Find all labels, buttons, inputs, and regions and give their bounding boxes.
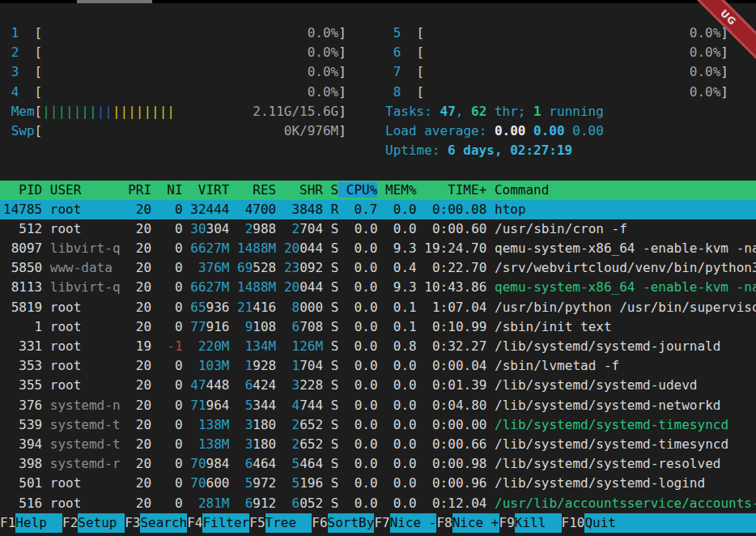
process-row[interactable]: 394 systemd-t 20 0 138M 3180 2652 S 0.0 … xyxy=(0,435,756,454)
cell-sep xyxy=(378,377,386,393)
cell-sep xyxy=(121,300,129,315)
fnkey-f8-label[interactable]: Nice + xyxy=(452,513,499,533)
fnkey-f2-key[interactable]: F2 xyxy=(62,513,78,533)
cell-sep xyxy=(276,338,284,354)
column-header-virt[interactable]: VIRT xyxy=(183,182,230,198)
cell-sep xyxy=(42,417,50,432)
fnkey-f1-key[interactable]: F1 xyxy=(0,513,15,533)
cell-pid: 5819 xyxy=(3,300,42,315)
cell-sep xyxy=(151,496,159,511)
column-header-user[interactable]: USER xyxy=(42,182,120,198)
process-row[interactable]: 512 root 20 0 30304 2988 2704 S 0.0 0.0 … xyxy=(0,219,756,239)
column-header-pid[interactable]: PID xyxy=(3,182,42,198)
column-header-command[interactable]: Command xyxy=(486,182,549,198)
fnkey-f3-label[interactable]: Search xyxy=(140,513,187,533)
window-tab-fragment[interactable] xyxy=(77,0,152,3)
process-row[interactable]: 14785 root 20 0 32444 4700 3848 R 0.7 0.… xyxy=(0,200,756,219)
cell-pri: 20 xyxy=(128,240,151,256)
column-header-pri[interactable]: PRI xyxy=(121,182,152,198)
cell-time: 0:22.70 xyxy=(424,260,486,275)
fnkey-f3-key[interactable]: F3 xyxy=(125,513,140,533)
cell-sep xyxy=(338,279,346,295)
cell-sep xyxy=(183,319,191,334)
swp-meter-value: 0K/976M xyxy=(284,123,338,138)
meter-close-bracket: ] xyxy=(720,64,728,79)
column-header-time[interactable]: TIME+ xyxy=(417,182,487,198)
spacer xyxy=(3,143,385,158)
cell-sep xyxy=(276,202,284,217)
cell-sep xyxy=(323,475,331,491)
fnkey-f4-label[interactable]: Filter xyxy=(202,513,249,533)
cell-sep xyxy=(486,358,495,373)
cell-sep xyxy=(417,398,425,413)
cell-pad xyxy=(237,202,245,217)
cell-pid: 398 xyxy=(3,456,42,471)
cell-seg: 4700 xyxy=(245,202,277,217)
fnkey-f4-key[interactable]: F4 xyxy=(187,513,202,533)
cell-pri: 19 xyxy=(128,338,151,354)
process-row[interactable]: 1 root 20 0 77916 9108 6708 S 0.0 0.1 0:… xyxy=(0,317,756,337)
cell-sep xyxy=(417,377,425,393)
column-header-cpu[interactable]: CPU% xyxy=(338,182,377,198)
process-row[interactable]: 516 root 20 0 281M 6912 6052 S 0.0 0.0 0… xyxy=(0,494,756,513)
cell-ni: 0 xyxy=(159,398,183,413)
fnkey-f10-label[interactable]: Quit xyxy=(584,513,631,533)
cell-mem: 0.0 xyxy=(385,496,417,511)
cell-ni: 0 xyxy=(159,260,183,275)
meter-open-bracket: [ xyxy=(417,84,425,100)
cell-mem: 0.0 xyxy=(385,358,417,373)
cell-sep xyxy=(276,221,284,236)
fnkey-f7-key[interactable]: F7 xyxy=(374,513,389,533)
process-row[interactable]: 8113 libvirt-q 20 0 6627M 1488M 20044 S … xyxy=(0,278,756,297)
cell-sep xyxy=(42,358,50,373)
cell-seg: 5 xyxy=(245,398,253,413)
process-row[interactable]: 376 systemd-n 20 0 71964 5344 4744 S 0.0… xyxy=(0,396,756,415)
blank-row xyxy=(0,160,756,180)
cell-time: 0:00.60 xyxy=(424,221,486,236)
cell-sep xyxy=(323,417,331,432)
cell-seg: 2 xyxy=(292,221,300,236)
process-row[interactable]: 8097 libvirt-q 20 0 6627M 1488M 20044 S … xyxy=(0,239,756,258)
swp-meter-label: Swp xyxy=(11,123,35,138)
fnkey-f5-key[interactable]: F5 xyxy=(249,513,265,533)
cpu1-meter-label: 1 xyxy=(11,25,35,40)
fnkey-f2-label[interactable]: Setup xyxy=(78,513,125,533)
meter-space xyxy=(424,84,690,100)
fnkey-f8-key[interactable]: F8 xyxy=(436,513,452,533)
fnkey-f10-key[interactable]: F10 xyxy=(562,513,585,533)
cell-sep xyxy=(121,456,129,471)
cell-sep xyxy=(323,319,331,334)
cell-sep xyxy=(276,475,284,491)
process-row[interactable]: 355 root 20 0 47448 6424 3228 S 0.0 0.0 … xyxy=(0,376,756,395)
cell-pid: 5850 xyxy=(3,260,42,275)
process-row[interactable]: 5850 www-data 20 0 376M 69528 23092 S 0.… xyxy=(0,258,756,278)
cell-pad xyxy=(284,417,292,432)
process-row[interactable]: 5819 root 20 0 65936 21416 8000 S 0.0 0.… xyxy=(0,298,756,317)
fnkey-f9-key[interactable]: F9 xyxy=(499,513,515,533)
cell-seg: 9 xyxy=(245,319,253,334)
column-header-s[interactable]: S xyxy=(323,182,338,198)
cell-pid: 8113 xyxy=(3,279,42,295)
process-row[interactable]: 398 systemd-r 20 0 70984 6464 5464 S 0.0… xyxy=(0,454,756,474)
column-header-ni[interactable]: NI xyxy=(151,182,183,198)
cell-sep xyxy=(121,475,129,491)
process-row[interactable]: 331 root 19 -1 220M 134M 126M S 0.0 0.8 … xyxy=(0,337,756,356)
process-row[interactable]: 501 root 20 0 70600 5972 5196 S 0.0 0.0 … xyxy=(0,474,756,493)
fnkey-f1-label[interactable]: Help xyxy=(15,513,62,533)
fnkey-f5-label[interactable]: Tree xyxy=(265,513,312,533)
fnkey-f6-key[interactable]: F6 xyxy=(312,513,327,533)
process-row[interactable]: 353 root 20 0 103M 1928 1704 S 0.0 0.0 0… xyxy=(0,356,756,376)
cell-sep xyxy=(183,202,191,217)
meter-open-bracket: [ xyxy=(35,104,43,119)
fnkey-f7-label[interactable]: Nice - xyxy=(390,513,437,533)
cell-time: 0:01.39 xyxy=(424,377,486,393)
process-row[interactable]: 539 systemd-t 20 0 138M 3180 2652 S 0.0 … xyxy=(0,415,756,435)
cell-sep xyxy=(229,398,237,413)
column-header-shr[interactable]: SHR xyxy=(276,182,323,198)
cell-seg: 180 xyxy=(253,417,276,432)
cell-pri: 20 xyxy=(128,417,151,432)
column-header-mem[interactable]: MEM% xyxy=(377,182,416,198)
fnkey-f9-label[interactable]: Kill xyxy=(515,513,562,533)
fnkey-f6-label[interactable]: SortBy xyxy=(328,513,375,533)
column-header-res[interactable]: RES xyxy=(229,182,276,198)
